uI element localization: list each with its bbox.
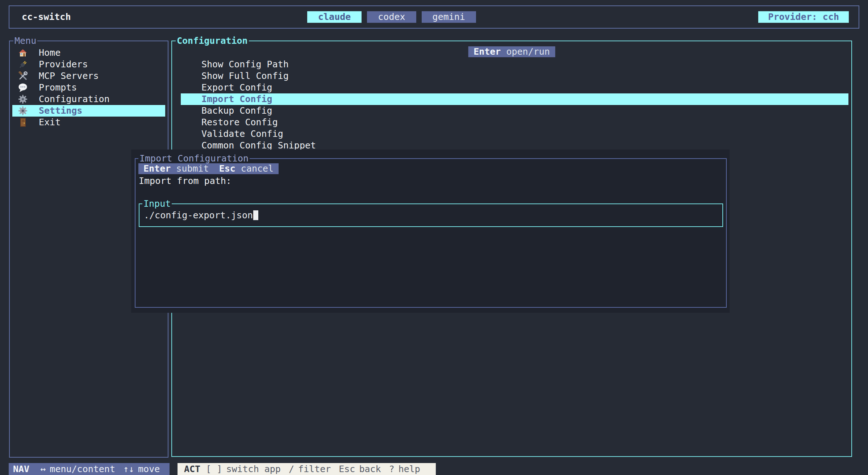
up-down-arrows-icon: ↑↓ [123, 464, 134, 474]
sidebar-item-label: Home [39, 47, 60, 59]
cancel-hint: Esc cancel [219, 163, 274, 174]
nav-segment-label: NAV [13, 464, 29, 474]
cancel-action-label: cancel [241, 163, 274, 174]
config-item-label: Export Config [201, 82, 272, 93]
config-item-label: Import Config [201, 93, 272, 105]
config-item-label: Restore Config [201, 117, 278, 128]
sidebar-item-label: Exit [39, 117, 60, 128]
selection-bar [12, 105, 165, 117]
import-configuration-modal: Import Configuration Enter submitEsc can… [131, 150, 730, 313]
act-hint-action: back [359, 464, 381, 474]
enter-key-hint: Enter [143, 163, 171, 174]
provider-badge: Provider: cch [758, 11, 849, 23]
submit-hint: Enter submit [143, 163, 209, 174]
bracket-keys-hint: [ ] [206, 464, 222, 474]
config-item-validate-config[interactable]: Validate Config [172, 128, 851, 140]
app-tab-bar: claude codex gemini [307, 11, 476, 23]
gear-icon [18, 106, 28, 115]
menu-list: Home Providers MCP Servers [10, 47, 168, 128]
open-run-hint-badge: Enter open/run [468, 46, 555, 57]
submit-action-label: submit [176, 163, 209, 174]
import-path-prompt: Import from path: [139, 175, 231, 187]
modal-key-hints-badge: Enter submitEsc cancel [138, 163, 279, 174]
statusbar-nav-segment: NAV ↔menu/content↑↓move [9, 463, 170, 475]
home-icon [18, 48, 28, 58]
config-item-export-config[interactable]: Export Config [172, 82, 851, 93]
config-item-import-config[interactable]: Import Config [172, 93, 851, 105]
hint-key: Enter [473, 46, 501, 57]
esc-key-hint: Esc [219, 163, 235, 174]
configuration-panel-title: Configuration [176, 35, 249, 47]
act-hint-action: help [398, 464, 420, 474]
slash-key-hint: / [289, 464, 294, 474]
sidebar-item-configuration[interactable]: Configuration [10, 93, 168, 105]
sidebar-item-label: Configuration [39, 93, 110, 105]
sidebar-item-prompts[interactable]: Prompts [10, 82, 168, 93]
statusbar-act-segment: ACT [ ]switch app/filterEscback?help [178, 463, 436, 475]
config-item-show-full-config[interactable]: Show Full Config [172, 70, 851, 82]
sidebar-item-label: Settings [39, 105, 82, 117]
path-input[interactable]: Input ./config-export.json [139, 203, 723, 227]
speech-bubble-icon [18, 83, 28, 92]
sidebar-item-label: Prompts [39, 82, 77, 93]
import-configuration-modal-frame: Import Configuration Enter submitEsc can… [135, 158, 727, 308]
configuration-list: Show Config Path Show Full Config Export… [172, 59, 851, 151]
act-hint-action: switch app [226, 464, 281, 474]
path-input-value: ./config-export.json [144, 204, 258, 226]
act-hint-filter: /filter [289, 464, 331, 474]
nav-hint-move-focus: ↔menu/content [40, 464, 115, 474]
act-hint-back: Escback [339, 464, 381, 474]
app-header: cc-switch claude codex gemini Provider: … [9, 5, 859, 29]
config-item-label: Show Config Path [201, 59, 289, 70]
gear-icon [18, 94, 28, 104]
config-item-label: Show Full Config [201, 70, 289, 82]
config-item-backup-config[interactable]: Backup Config [172, 105, 851, 117]
plug-icon [18, 60, 28, 69]
config-item-label: Validate Config [201, 128, 283, 140]
path-input-text: ./config-export.json [144, 210, 253, 221]
tools-icon [18, 71, 28, 81]
act-hint-help: ?help [389, 464, 420, 474]
config-item-show-config-path[interactable]: Show Config Path [172, 59, 851, 70]
sidebar-item-providers[interactable]: Providers [10, 59, 168, 70]
selection-bar [181, 93, 848, 105]
text-cursor [253, 210, 258, 220]
esc-key-hint: Esc [339, 464, 355, 474]
config-item-label: Backup Config [201, 105, 272, 117]
tab-codex[interactable]: codex [367, 11, 416, 23]
menu-panel-title: Menu [13, 35, 37, 47]
sidebar-item-label: MCP Servers [39, 70, 99, 82]
config-item-restore-config[interactable]: Restore Config [172, 117, 851, 128]
sidebar-item-mcp-servers[interactable]: MCP Servers [10, 70, 168, 82]
sidebar-item-exit[interactable]: Exit [10, 117, 168, 128]
sidebar-item-settings[interactable]: Settings [10, 105, 168, 117]
nav-hint-action: menu/content [50, 464, 115, 474]
hint-action: open/run [506, 46, 550, 57]
tab-claude[interactable]: claude [307, 11, 362, 23]
app-title: cc-switch [22, 6, 71, 28]
act-segment-label: ACT [184, 464, 200, 474]
act-hint-action: filter [298, 464, 331, 474]
left-right-arrows-icon: ↔ [40, 464, 46, 474]
sidebar-item-label: Providers [39, 59, 88, 70]
question-key-hint: ? [389, 464, 395, 474]
modal-title: Import Configuration [138, 153, 250, 164]
nav-hint-action: move [138, 464, 160, 474]
tab-gemini[interactable]: gemini [422, 11, 476, 23]
act-hint-switch-app: [ ]switch app [206, 464, 281, 474]
sidebar-item-home[interactable]: Home [10, 47, 168, 59]
nav-hint-move: ↑↓move [123, 464, 160, 474]
door-icon [18, 118, 28, 127]
